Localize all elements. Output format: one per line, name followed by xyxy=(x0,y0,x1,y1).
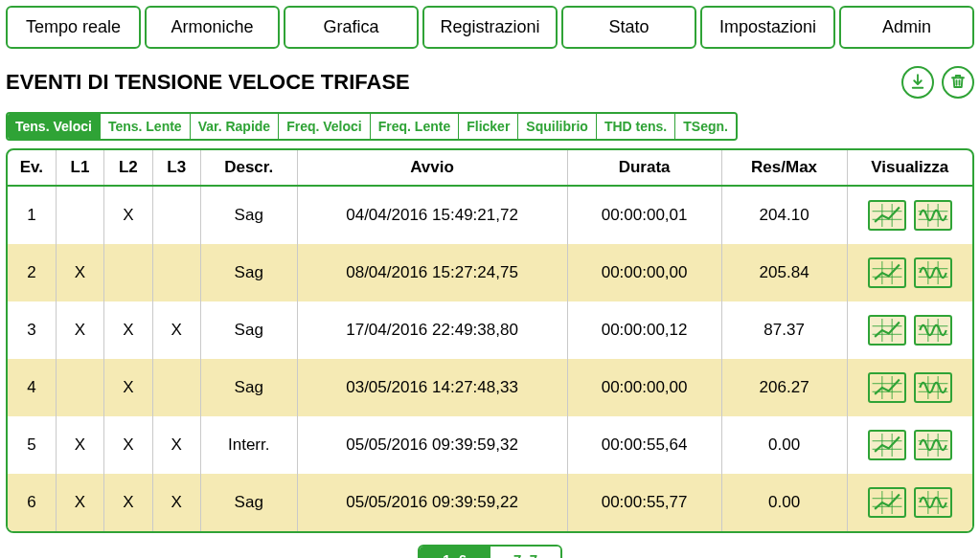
cell-durata: 00:00:00,00 xyxy=(567,359,721,416)
chart-icon[interactable] xyxy=(868,372,906,403)
cell-l1: X xyxy=(56,474,103,531)
cell-avvio: 05/05/2016 09:39:59,22 xyxy=(297,474,567,531)
waveform-icon[interactable] xyxy=(914,487,952,518)
nav-registrazioni[interactable]: Registrazioni xyxy=(422,6,558,49)
nav-admin[interactable]: Admin xyxy=(839,6,974,49)
cell-ev: 5 xyxy=(8,416,56,474)
main-nav: Tempo reale Armoniche Grafica Registrazi… xyxy=(6,6,974,49)
table-row: 6XXXSag05/05/2016 09:39:59,2200:00:55,77… xyxy=(8,474,972,531)
tab-tens-veloci[interactable]: Tens. Veloci xyxy=(8,114,101,139)
download-button[interactable] xyxy=(901,66,934,99)
chart-icon[interactable] xyxy=(868,200,906,231)
cell-l2: X xyxy=(104,416,152,474)
cell-descr: Sag xyxy=(200,301,297,359)
tab-tsegn[interactable]: TSegn. xyxy=(675,114,736,139)
cell-res: 205.84 xyxy=(721,244,847,301)
page-title: EVENTI DI TENSIONE VELOCE TRIFASE xyxy=(6,70,410,95)
cell-l1 xyxy=(56,186,103,244)
col-ev: Ev. xyxy=(8,150,56,186)
waveform-icon[interactable] xyxy=(914,430,952,460)
cell-l2: X xyxy=(104,301,152,359)
waveform-icon[interactable] xyxy=(914,257,952,288)
cell-res: 0.00 xyxy=(721,474,847,531)
cell-l3 xyxy=(152,186,200,244)
cell-l2: X xyxy=(104,474,152,531)
table-row: 2XSag08/04/2016 15:27:24,7500:00:00,0020… xyxy=(8,244,972,301)
sub-tabs: Tens. Veloci Tens. Lente Var. Rapide Fre… xyxy=(6,112,738,141)
cell-visualizza xyxy=(847,186,972,244)
cell-avvio: 05/05/2016 09:39:59,32 xyxy=(297,416,567,474)
title-row: EVENTI DI TENSIONE VELOCE TRIFASE xyxy=(6,66,974,99)
trash-icon xyxy=(949,73,967,93)
cell-l2 xyxy=(104,244,152,301)
col-descr: Descr. xyxy=(200,150,297,186)
nav-tempo-reale[interactable]: Tempo reale xyxy=(6,6,141,49)
table-row: 5XXXInterr.05/05/2016 09:39:59,3200:00:5… xyxy=(8,416,972,474)
chart-icon[interactable] xyxy=(868,315,906,346)
col-durata: Durata xyxy=(567,150,721,186)
cell-avvio: 03/05/2016 14:27:48,33 xyxy=(297,359,567,416)
cell-l1: X xyxy=(56,416,103,474)
nav-stato[interactable]: Stato xyxy=(561,6,696,49)
cell-durata: 00:00:55,64 xyxy=(567,416,721,474)
tab-tens-lente[interactable]: Tens. Lente xyxy=(101,114,191,139)
tab-freq-lente[interactable]: Freq. Lente xyxy=(371,114,459,139)
waveform-icon[interactable] xyxy=(914,372,952,403)
chart-icon[interactable] xyxy=(868,257,906,288)
nav-armoniche[interactable]: Armoniche xyxy=(145,6,280,49)
cell-durata: 00:00:55,77 xyxy=(567,474,721,531)
table-row: 3XXXSag17/04/2016 22:49:38,8000:00:00,12… xyxy=(8,301,972,359)
cell-l2: X xyxy=(104,186,152,244)
col-l2: L2 xyxy=(104,150,152,186)
cell-res: 204.10 xyxy=(721,186,847,244)
nav-grafica[interactable]: Grafica xyxy=(284,6,419,49)
cell-avvio: 17/04/2016 22:49:38,80 xyxy=(297,301,567,359)
waveform-icon[interactable] xyxy=(914,315,952,346)
tab-squilibrio[interactable]: Squilibrio xyxy=(518,114,597,139)
events-table-wrap: Ev. L1 L2 L3 Descr. Avvio Durata Res/Max… xyxy=(6,148,974,533)
cell-l3: X xyxy=(152,474,200,531)
download-icon xyxy=(909,73,926,93)
cell-durata: 00:00:00,00 xyxy=(567,244,721,301)
pager-next[interactable]: 7..7 xyxy=(490,547,560,558)
pager: 1..6 7..7 xyxy=(6,545,974,558)
cell-ev: 6 xyxy=(8,474,56,531)
cell-ev: 2 xyxy=(8,244,56,301)
cell-res: 87.37 xyxy=(721,301,847,359)
cell-avvio: 08/04/2016 15:27:24,75 xyxy=(297,244,567,301)
cell-durata: 00:00:00,12 xyxy=(567,301,721,359)
tab-freq-veloci[interactable]: Freq. Veloci xyxy=(279,114,371,139)
cell-descr: Interr. xyxy=(200,416,297,474)
col-l3: L3 xyxy=(152,150,200,186)
cell-res: 0.00 xyxy=(721,416,847,474)
waveform-icon[interactable] xyxy=(914,200,952,231)
nav-impostazioni[interactable]: Impostazioni xyxy=(700,6,835,49)
pager-current[interactable]: 1..6 xyxy=(420,547,490,558)
chart-icon[interactable] xyxy=(868,487,906,518)
table-row: 4XSag03/05/2016 14:27:48,3300:00:00,0020… xyxy=(8,359,972,416)
table-header-row: Ev. L1 L2 L3 Descr. Avvio Durata Res/Max… xyxy=(8,150,972,186)
cell-l3 xyxy=(152,244,200,301)
cell-descr: Sag xyxy=(200,474,297,531)
cell-visualizza xyxy=(847,474,972,531)
cell-res: 206.27 xyxy=(721,359,847,416)
cell-visualizza xyxy=(847,416,972,474)
cell-ev: 4 xyxy=(8,359,56,416)
cell-avvio: 04/04/2016 15:49:21,72 xyxy=(297,186,567,244)
tab-thd-tens[interactable]: THD tens. xyxy=(597,114,675,139)
cell-ev: 1 xyxy=(8,186,56,244)
col-visual: Visualizza xyxy=(847,150,972,186)
title-actions xyxy=(901,66,974,99)
cell-visualizza xyxy=(847,244,972,301)
cell-visualizza xyxy=(847,359,972,416)
cell-l1 xyxy=(56,359,103,416)
pager-group: 1..6 7..7 xyxy=(418,545,562,558)
cell-descr: Sag xyxy=(200,186,297,244)
tab-flicker[interactable]: Flicker xyxy=(459,114,518,139)
cell-durata: 00:00:00,01 xyxy=(567,186,721,244)
chart-icon[interactable] xyxy=(868,430,906,460)
cell-l1: X xyxy=(56,244,103,301)
tab-var-rapide[interactable]: Var. Rapide xyxy=(191,114,279,139)
cell-descr: Sag xyxy=(200,244,297,301)
delete-button[interactable] xyxy=(942,66,974,99)
